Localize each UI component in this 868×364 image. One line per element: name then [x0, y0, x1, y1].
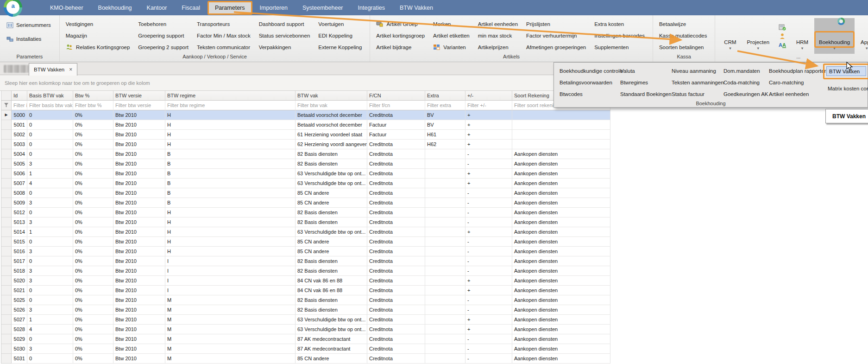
menu-item-standaard-boekingen[interactable]: Standaard Boekingen	[617, 89, 669, 100]
menu-item-betalingsvoorwaarden[interactable]: Betalingsvoorwaarden	[557, 77, 617, 89]
filter-cell-extra[interactable]: Filter extra	[425, 101, 465, 110]
menu-item-boekhoudplan-rapportering[interactable]: Boekhoudplan rapportering	[766, 65, 828, 77]
menu-item-btwcodes[interactable]: Btwcodes	[557, 89, 617, 100]
table-row[interactable]: 500200%Btw 2010H61 Herziening voordeel s…	[1, 130, 610, 140]
ribbon-item-afmetingen-groeperingen[interactable]: Afmetingen groeperingen	[523, 41, 589, 53]
ribbon-item-artikel-eenheden[interactable]: Artikel eenheden	[475, 18, 521, 30]
menu-item-parameters[interactable]: Parameters	[208, 1, 252, 15]
ribbon-item-magazijn[interactable]: Magazijn	[63, 30, 133, 41]
ribbon-button-installaties[interactable]: Installaties	[3, 32, 55, 46]
menu-item-teksten-aanmaningen[interactable]: Teksten aanmaningen	[669, 77, 721, 89]
table-row[interactable]: 501330%Btw 2010H82 Basis dienstenCreditn…	[1, 217, 610, 227]
ribbon-dropdown-projecten[interactable]: Projecten▾	[742, 18, 774, 54]
filter-cell-btw[interactable]: Filter btw %	[73, 101, 113, 110]
ribbon-item-groepering-support[interactable]: Groepering support	[135, 30, 192, 41]
ribbon-item-varianten[interactable]: Varianten	[430, 41, 473, 53]
column-header-btw-vak[interactable]: BTW vak	[296, 91, 367, 101]
ribbon-item-betaalwijze[interactable]: Betaalwijze	[656, 18, 711, 30]
column-header-[interactable]: +/-	[465, 91, 512, 101]
ribbon-item-artikelprijzen[interactable]: Artikelprijzen	[475, 41, 521, 53]
table-row[interactable]: 502710%Btw 2010M63 Verschuldigde btw op …	[1, 315, 610, 325]
ribbon-item-toebehoren[interactable]: Toebehoren	[135, 18, 192, 30]
ribbon-item-relaties-kortingsgroep[interactable]: Relaties Kortingsgroep	[63, 41, 133, 53]
menu-item-valuta[interactable]: Valuta	[617, 65, 669, 77]
column-header-btw-versie[interactable]: BTW versie	[113, 91, 165, 101]
menu-item-artikel-eenheden[interactable]: Artikel eenheden	[766, 89, 828, 100]
table-row[interactable]: 500100%Btw 2010HBetaald voorschot decemb…	[1, 120, 610, 130]
table-row[interactable]: 502500%Btw 2010M82 Basis dienstenCreditn…	[1, 295, 610, 305]
menu-item-goedkeuringen-ak[interactable]: Goedkeuringen AK	[721, 89, 766, 100]
filter-cell-[interactable]: Filter +/-	[465, 101, 512, 110]
menu-item-dom-mandaten[interactable]: Dom.mandaten	[721, 65, 766, 77]
table-row[interactable]: 500400%Btw 2010B82 Basis dienstenCreditn…	[1, 149, 610, 159]
menu-item-integraties[interactable]: Integraties	[351, 1, 392, 15]
table-row[interactable]: 503030%Btw 2010M87 AK medecontractantCre…	[1, 344, 610, 354]
filter-cell-btw-versie[interactable]: Filter btw versie	[113, 101, 165, 110]
table-row[interactable]: 502030%Btw 2010I84 CN vak 86 en 88Credit…	[1, 276, 610, 286]
filter-cell-f-cn[interactable]: Filter f/cn	[367, 101, 425, 110]
menu-item-niveau-aanmaning[interactable]: Niveau aanmaning	[669, 65, 721, 77]
menu-item-btwregimes[interactable]: Btwregimes	[617, 77, 669, 89]
filter-cell-btw-regime[interactable]: Filter btw regime	[165, 101, 296, 110]
ribbon-item-instellingen-barcodes[interactable]: Instellingen barcodes	[591, 30, 648, 41]
table-row[interactable]: 500300%Btw 2010H62 Herziening voordl aan…	[1, 140, 610, 149]
menu-item-importeren[interactable]: Importeren	[252, 1, 295, 15]
corner-app-icon[interactable]	[837, 18, 845, 25]
column-header-id[interactable]: Id	[12, 91, 27, 101]
ribbon-item-transporteurs[interactable]: Transporteurs	[194, 18, 254, 30]
menu-item-caro-matching[interactable]: Caro-matching	[766, 77, 828, 89]
menu-item-coda-matching[interactable]: Coda-matching	[721, 77, 766, 89]
column-header-btw-regime[interactable]: BTW regime	[165, 91, 296, 101]
ribbon-item-dashboard-support[interactable]: Dashboard support	[256, 18, 314, 30]
filter-cell-id[interactable]: Filter id	[12, 101, 27, 110]
ribbon-dropdown-apps[interactable]: Apps▾	[855, 18, 868, 54]
table-row[interactable]: 502840%Btw 2010M63 Verschuldigde btw op …	[1, 325, 610, 334]
ribbon-item-groepering-2-support[interactable]: Groepering 2 support	[135, 41, 192, 53]
ribbon-item-kassa-mutatiecodes[interactable]: Kassa mutatiecodes	[656, 30, 711, 41]
table-row[interactable]: 500610%Btw 2010B63 Verschuldigde btw op …	[1, 169, 610, 179]
ribbon-item-extra-kosten[interactable]: Extra kosten	[591, 18, 648, 30]
tab-redacted[interactable]	[4, 65, 29, 73]
filter-cell-btw-vak[interactable]: Filter btw vak	[296, 101, 367, 110]
ribbon-item-factor-min-max-stock[interactable]: Factor Min / Max stock	[194, 30, 254, 41]
column-header-extra[interactable]: Extra	[425, 91, 465, 101]
menu-item-status-factuur[interactable]: Status factuur	[669, 89, 721, 100]
ribbon-button-serienummers[interactable]: Serienummers	[3, 18, 55, 32]
menu-item-btw-vakken[interactable]: BTW Vakken	[392, 1, 440, 15]
menu-item-kmo-beheer[interactable]: KMO-beheer	[43, 1, 91, 15]
ribbon-item-prijslijsten[interactable]: Prijslijsten	[523, 18, 589, 30]
menu-item-kantoor[interactable]: Kantoor	[139, 1, 175, 15]
ribbon-item-edi-koppeling[interactable]: EDI Koppeling	[315, 30, 365, 41]
ribbon-item-verpakkingen[interactable]: Verpakkingen	[256, 41, 314, 53]
ribbon-item-artikel-bijdrage[interactable]: Artikel bijdrage	[373, 41, 428, 53]
menu-item-fiscaal[interactable]: Fiscaal	[174, 1, 208, 15]
table-row[interactable]: 501630%Btw 2010H85 CN andereCreditnota-A…	[1, 247, 610, 256]
ribbon-item-artikel-groep[interactable]: Artikel Groep	[373, 18, 428, 30]
tab-close-icon[interactable]: ×	[69, 67, 72, 72]
ribbon-dropdown-hrm[interactable]: HRM▾	[790, 18, 814, 54]
menu-item-systeembeheer[interactable]: Systeembeheer	[295, 1, 351, 15]
table-row[interactable]: 500740%Btw 2010B63 Verschuldigde btw op …	[1, 179, 610, 188]
menu-item-boekhouding[interactable]: Boekhouding	[91, 1, 139, 15]
table-row[interactable]: 502100%Btw 2010I84 CN vak 86 en 88Credit…	[1, 286, 610, 295]
table-row[interactable]: 502630%Btw 2010M82 Basis dienstenCreditn…	[1, 305, 610, 315]
ribbon-dropdown-crm[interactable]: CRM▾	[718, 18, 742, 54]
menu-item-matrix-kosten[interactable]: Matrix kosten con	[828, 84, 868, 93]
ribbon-item-vestigingen[interactable]: Vestigingen	[63, 18, 133, 30]
table-row[interactable]: 500930%Btw 2010B85 CN andereCreditnota-A…	[1, 198, 610, 208]
ribbon-item-merken[interactable]: Merken	[430, 18, 473, 30]
column-header-basis-btw-vak[interactable]: Basis BTW vak	[27, 91, 73, 101]
ribbon-item-min-max-stock[interactable]: min max stock	[475, 30, 521, 41]
table-row[interactable]: 501830%Btw 2010I82 Basis dienstenCreditn…	[1, 266, 610, 276]
menu-item-btw-vakken[interactable]: BTW Vakken	[826, 66, 866, 76]
ribbon-item-artikel-kortingsgroep[interactable]: Artikel kortingsgroep	[373, 30, 428, 41]
tab-btw-vakken[interactable]: BTW Vakken ×	[29, 63, 77, 76]
table-row[interactable]: 501700%Btw 2010I82 Basis dienstenCreditn…	[1, 256, 610, 266]
ribbon-item-artikel-etiketten[interactable]: Artikel etiketten	[430, 30, 473, 41]
table-row[interactable]: 500530%Btw 2010B82 Basis dienstenCreditn…	[1, 159, 610, 169]
table-row[interactable]: 500800%Btw 2010B85 CN andereCreditnota-A…	[1, 188, 610, 198]
filter-cell-basis-btw-vak[interactable]: Filter basis btw vak	[27, 101, 73, 110]
ribbon-dropdown-boekhouding[interactable]: Boekhouding▾	[814, 18, 855, 54]
table-row[interactable]: 503100%Btw 2010M85 CN andereCreditnota-A…	[1, 354, 610, 364]
ribbon-item-externe-koppeling[interactable]: Externe Koppeling	[315, 41, 365, 53]
